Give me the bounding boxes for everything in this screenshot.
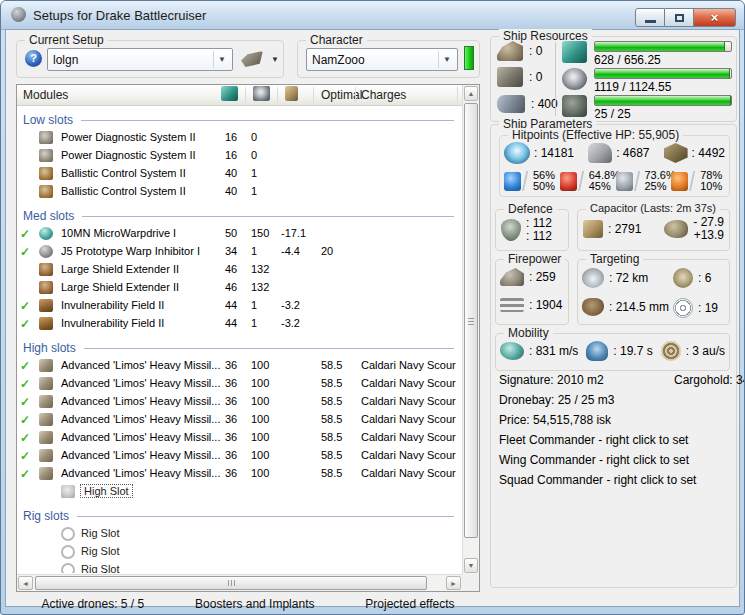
thermal-resist-icon — [560, 172, 577, 191]
module-cpu: 36 — [225, 413, 237, 425]
module-cpu: 44 — [225, 299, 237, 311]
mobility-title: Mobility — [504, 326, 553, 340]
module-row[interactable]: ✓Advanced 'Limos' Heavy Missil...3610058… — [17, 393, 462, 411]
capacitor-title: Capacitor (Lasts: 2m 37s) — [586, 202, 720, 214]
module-cpu: 40 — [225, 185, 237, 197]
chevron-down-icon[interactable]: ▼ — [213, 51, 230, 68]
structure-icon — [664, 143, 688, 163]
help-icon[interactable]: ? — [25, 50, 42, 67]
scroll-up-icon[interactable]: ▲ — [464, 86, 478, 101]
module-cpu: 46 — [225, 263, 237, 275]
squad-commander-slot[interactable]: Squad Commander - right click to set — [499, 473, 696, 487]
module-cpu: 36 — [225, 431, 237, 443]
missile-launcher-icon — [39, 359, 53, 372]
velocity-icon — [500, 342, 524, 360]
missile-launcher-icon — [39, 377, 53, 390]
module-row[interactable]: ✓Advanced 'Limos' Heavy Missil...3610058… — [17, 411, 462, 429]
ballistic-control-icon — [39, 185, 53, 198]
turret-hardpoint-icon — [497, 41, 523, 61]
module-name: Advanced 'Limos' Heavy Missil... — [61, 449, 223, 461]
module-optimal: 58.5 — [321, 395, 342, 407]
horizontal-scrollbar-thumb[interactable] — [35, 576, 427, 590]
bottom-tab-2[interactable]: Projected effects — [365, 597, 454, 611]
module-row[interactable]: ✓Advanced 'Limos' Heavy Missil...3610058… — [17, 429, 462, 447]
module-charge: Caldari Navy Scour — [361, 431, 462, 443]
empty-slot-label: Rig Slot — [81, 545, 120, 557]
titlebar[interactable]: Setups for Drake Battlecruiser × — [1, 1, 744, 30]
ship-menu-button[interactable]: ▼ — [241, 48, 285, 70]
module-list-header[interactable]: Modules Optimal Charges — [17, 85, 462, 106]
module-name: Invulnerability Field II — [61, 299, 223, 311]
module-row[interactable]: ✓10MN MicroWarpdrive I50150-17.1 — [17, 225, 462, 243]
empty-slot-row[interactable]: Rig Slot — [17, 525, 462, 543]
module-powergrid: 100 — [251, 395, 269, 407]
optimal-column-header[interactable]: Optimal — [321, 88, 362, 102]
empty-slot-row[interactable]: Rig Slot — [17, 543, 462, 561]
vertical-scrollbar[interactable]: ▲ ▼ — [462, 85, 479, 574]
maximize-icon — [675, 14, 684, 22]
warp-inhibitor-icon — [39, 245, 53, 258]
module-row[interactable]: ✓Invulnerability Field II441-3.2 — [17, 297, 462, 315]
module-powergrid: 1 — [251, 317, 257, 329]
fleet-commander-slot[interactable]: Fleet Commander - right click to set — [499, 433, 688, 447]
vertical-scrollbar-thumb[interactable] — [464, 103, 478, 538]
module-cpu: 16 — [225, 131, 237, 143]
module-cpu: 40 — [225, 167, 237, 179]
app-window: Setups for Drake Battlecruiser × Current… — [0, 0, 745, 615]
module-row[interactable]: ✓Advanced 'Limos' Heavy Missil...3610058… — [17, 375, 462, 393]
scroll-down-icon[interactable]: ▼ — [464, 558, 478, 573]
bottom-tab-0[interactable]: Active drones: 5 / 5 — [41, 597, 144, 611]
missile-launcher-icon — [39, 431, 53, 444]
maximize-button[interactable] — [665, 8, 694, 27]
defence-title: Defence — [504, 202, 557, 216]
client-area: Current Setup ? lolgn ▼ ▼ Character NamZ… — [5, 29, 740, 607]
empty-slot-label: Rig Slot — [81, 527, 120, 539]
module-row[interactable]: ✓Advanced 'Limos' Heavy Missil...3610058… — [17, 357, 462, 375]
section-rule — [82, 216, 454, 217]
capacitor-amount: : 2791 — [608, 222, 641, 236]
section-header: Rig slots — [17, 501, 462, 525]
module-optimal: 58.5 — [321, 413, 342, 425]
current-setup-label: Current Setup — [25, 33, 108, 47]
module-row[interactable]: Large Shield Extender II46132 — [17, 261, 462, 279]
turret-dps: : 259 — [529, 270, 556, 284]
price-info: Price: 54,515,788 isk — [499, 413, 611, 427]
modules-column-header[interactable]: Modules — [23, 88, 68, 102]
capacitor-group: Capacitor (Lasts: 2m 37s) : 2791 - 27.9 … — [577, 209, 730, 251]
rig-slot-icon — [61, 527, 75, 541]
module-name: 10MN MicroWarpdrive I — [61, 227, 223, 239]
module-row[interactable]: Power Diagnostic System II160 — [17, 147, 462, 165]
charges-column-header[interactable]: Charges — [361, 88, 406, 102]
bottom-tab-1[interactable]: Boosters and Implants — [195, 597, 314, 611]
chevron-down-icon[interactable]: ▼ — [438, 51, 455, 68]
module-row[interactable]: Power Diagnostic System II160 — [17, 129, 462, 147]
resist-bottom: 45% — [589, 180, 611, 192]
module-row[interactable]: Ballistic Control System II401 — [17, 165, 462, 183]
powergrid-usage-text: 1119 / 1124.55 — [594, 80, 671, 94]
targeting-title: Targeting — [586, 252, 643, 266]
module-list: Modules Optimal Charges Low slotsPower D… — [16, 84, 480, 592]
module-row[interactable]: ✓Invulnerability Field II441-3.2 — [17, 315, 462, 333]
module-list-content: Low slotsPower Diagnostic System II160Po… — [17, 105, 462, 573]
module-row[interactable]: ✓Advanced 'Limos' Heavy Missil...3610058… — [17, 447, 462, 465]
character-combobox[interactable]: NamZooo ▼ — [306, 48, 458, 71]
active-check-icon: ✓ — [20, 413, 30, 427]
module-row[interactable]: ✓Advanced 'Limos' Heavy Missil...3610058… — [17, 465, 462, 483]
drone-icon — [562, 95, 587, 117]
empty-slot-row[interactable]: High Slot — [17, 483, 462, 501]
module-powergrid: 100 — [251, 431, 269, 443]
module-name: Advanced 'Limos' Heavy Missil... — [61, 431, 223, 443]
capacitor-icon — [583, 220, 603, 238]
wing-commander-slot[interactable]: Wing Commander - right click to set — [499, 453, 689, 467]
horizontal-scrollbar[interactable]: ◄ ► — [17, 574, 462, 591]
minimize-button[interactable] — [635, 8, 665, 27]
scroll-right-icon[interactable]: ► — [446, 576, 461, 590]
empty-slot-row[interactable]: Rig Slot — [17, 561, 462, 573]
module-row[interactable]: Ballistic Control System II401 — [17, 183, 462, 201]
current-setup-combobox[interactable]: lolgn ▼ — [47, 48, 233, 71]
module-row[interactable]: ✓J5 Prototype Warp Inhibitor I341-4.420 — [17, 243, 462, 261]
close-button[interactable]: × — [694, 8, 736, 27]
drones-bar — [594, 95, 732, 106]
module-row[interactable]: Large Shield Extender II46132 — [17, 279, 462, 297]
scroll-left-icon[interactable]: ◄ — [18, 576, 33, 590]
